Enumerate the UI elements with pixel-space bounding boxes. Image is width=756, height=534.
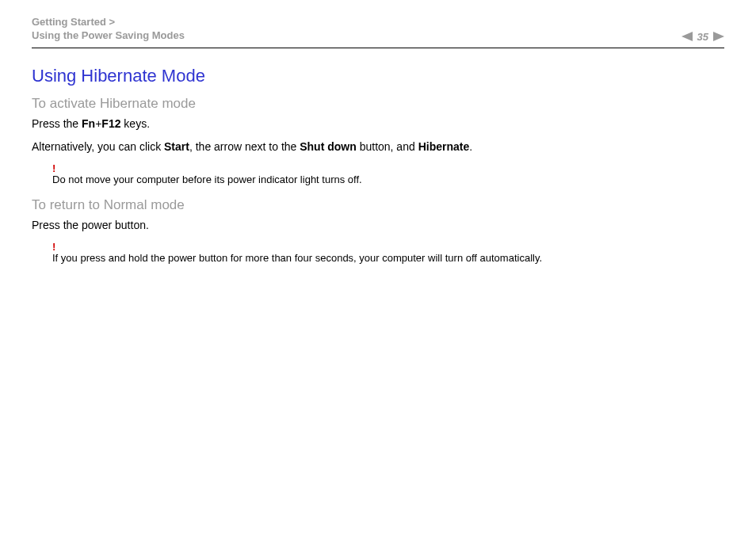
page-header: Getting Started > Using the Power Saving… [32,16,724,48]
warning-text: Do not move your computer before its pow… [52,174,362,185]
text-bold: Hibernate [418,140,470,153]
svg-marker-1 [713,32,724,41]
breadcrumb: Getting Started > Using the Power Saving… [32,16,185,43]
breadcrumb-line1: Getting Started > [32,16,185,29]
warning-text: If you press and hold the power button f… [52,252,542,264]
text-bold: Start [164,140,189,153]
text: button, and [357,140,418,153]
text: . [469,140,472,153]
text: Press the [32,117,82,130]
warning-note: ! Do not move your computer before its p… [52,162,724,187]
text-bold: F12 [101,117,120,130]
body-text: Press the power button. [32,218,724,233]
section-heading: To return to Normal mode [32,197,724,213]
text-bold: Fn [82,117,95,130]
text: keys. [120,117,150,130]
body-text: Press the Fn+F12 keys. [32,116,724,132]
text: , the arrow next to the [189,140,300,153]
warning-note: ! If you press and hold the power button… [52,241,724,265]
breadcrumb-line2: Using the Power Saving Modes [32,29,185,43]
text: Alternatively, you can click [32,140,164,153]
prev-page-icon[interactable] [682,32,693,41]
next-page-icon[interactable] [713,32,724,41]
section-heading: To activate Hibernate mode [32,96,724,112]
page-number: 35 [697,31,708,43]
svg-marker-0 [682,32,693,41]
document-page: Getting Started > Using the Power Saving… [0,0,756,265]
page-title: Using Hibernate Mode [32,66,724,86]
text-bold: Shut down [300,140,357,153]
page-nav: 35 [682,31,724,43]
body-text: Alternatively, you can click Start, the … [32,139,724,154]
